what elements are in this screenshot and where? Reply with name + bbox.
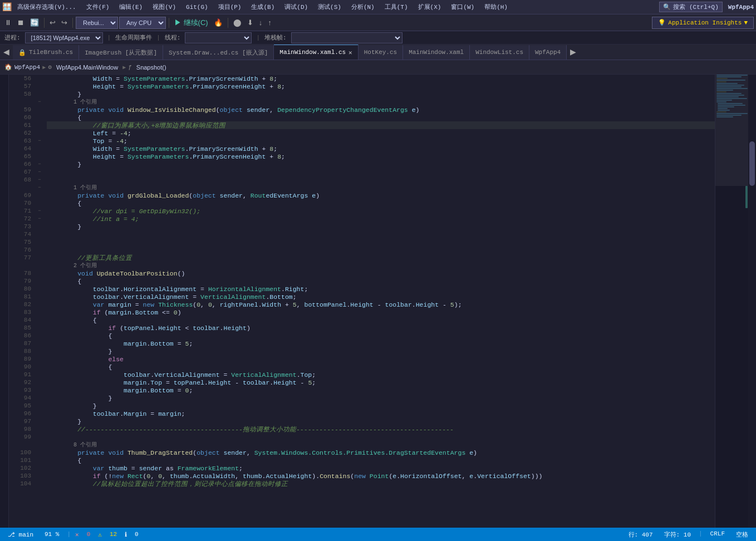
collapse-83[interactable]: − (36, 168, 43, 176)
step-into-btn[interactable]: ↓ (257, 17, 265, 28)
debug-dropdown[interactable]: Rebui... (76, 17, 118, 29)
step-over-btn[interactable]: ⬇ (245, 17, 256, 28)
tab-tilebrush-label: TileBrush.cs (29, 49, 73, 56)
menu-view[interactable]: 视图(V) (148, 2, 180, 12)
left-gutter (0, 75, 9, 528)
error-count[interactable]: 0 (84, 531, 94, 538)
code-line-72: //int a = 4; (47, 215, 715, 223)
code-line-102: var thumb = sender as FrameworkElement ; (47, 464, 715, 472)
menu-git[interactable]: Git(G) (181, 3, 213, 12)
ln-79: 79 (9, 277, 31, 285)
tab-scroll-right[interactable]: ▶ (567, 45, 580, 60)
code-area[interactable]: Width = SystemParameters . PrimaryScreen… (43, 75, 715, 528)
tab-wpfapp4[interactable]: WpfApp4 (529, 45, 567, 60)
stop-btn[interactable]: ⏹ (15, 17, 27, 28)
redo-btn[interactable]: ↪ (59, 17, 70, 28)
tab-mainwindow-xamlcs[interactable]: MainWindow.xaml.cs ✕ (274, 45, 358, 60)
process-dropdown[interactable]: [18512] WpfApp4.exe (25, 32, 103, 43)
collapse-85[interactable]: − (36, 176, 43, 184)
code-line-103: if (! new Rect ( 0 , 0 , thumb . ActualW… (47, 472, 715, 480)
error-icon: ✕ (75, 531, 79, 538)
code-line-70: { (47, 199, 715, 207)
thread-dropdown[interactable] (185, 32, 252, 43)
menu-window[interactable]: 窗口(W) (446, 2, 479, 12)
tab-systemdraw[interactable]: System.Draw...ed.cs [嵌入源] (163, 45, 274, 60)
tab-tilebrush[interactable]: 🔒 TileBrush.cs (13, 45, 79, 60)
collapse-78[interactable]: − (36, 160, 43, 168)
tab-imagebrush[interactable]: ImageBrush [从元数据] (79, 45, 163, 60)
collapse-103[interactable]: − (36, 215, 43, 223)
collapse-69[interactable]: − (36, 137, 43, 145)
tab-mainwindow-xamlcs-label: MainWindow.xaml.cs (279, 49, 346, 56)
undo-btn[interactable]: ↩ (47, 17, 58, 28)
menu-project[interactable]: 项目(P) (214, 2, 246, 12)
pause-btn[interactable]: ⏸ (2, 17, 14, 28)
git-branch[interactable]: ⎇ main (4, 531, 37, 538)
menu-help[interactable]: 帮助(H) (480, 2, 512, 12)
ln-88: 88 (9, 347, 31, 355)
line-col[interactable]: 行: 407 (625, 530, 656, 539)
ln-71: 71 (9, 207, 31, 215)
hot-reload-btn[interactable]: 🔥 (212, 17, 225, 28)
ln-56: 56 (9, 75, 31, 82)
code-line-63: Top = -4 ; (47, 137, 715, 145)
tab-scroll-left[interactable]: ◀ (0, 45, 13, 60)
menu-debug[interactable]: 调试(D) (280, 2, 312, 12)
tab-mainwindow-xaml[interactable]: MainWindow.xaml (403, 45, 470, 60)
thread-label: 线程: (165, 33, 181, 42)
scroll-thumb[interactable] (749, 141, 755, 186)
ln-72: 72 (9, 215, 31, 223)
menu-advanced-save[interactable]: 高级保存选项(V)... (13, 2, 81, 12)
ln-84: 84 (9, 316, 31, 324)
code-line-56: Width = SystemParameters . PrimaryScreen… (47, 75, 715, 82)
context-method-dropdown[interactable]: Snapshot() (134, 64, 169, 71)
ln-89: 89 (9, 355, 31, 363)
context-class-icon: ⚙ (48, 63, 52, 71)
zoom-level[interactable]: 91 % (41, 531, 62, 538)
vertical-scrollbar[interactable] (748, 75, 756, 528)
tab-windowlist[interactable]: WindowList.cs (470, 45, 529, 60)
svg-rect-4 (716, 81, 726, 82)
restart-btn[interactable]: 🔄 (28, 17, 41, 28)
step-out-btn[interactable]: ↑ (266, 17, 274, 28)
context-project-icon: 🏠 (4, 63, 12, 71)
status-sep2: | (699, 530, 703, 539)
ln-98: 98 (9, 425, 31, 433)
whitespace-format[interactable]: 空格 (733, 530, 752, 539)
tab-close-btn[interactable]: ✕ (348, 49, 352, 56)
menu-tools[interactable]: 工具(T) (380, 2, 413, 12)
ln-83: 83 (9, 308, 31, 316)
code-line-76 (47, 246, 715, 254)
application-insights-btn[interactable]: 💡 Application Insights ▼ (652, 17, 754, 29)
run-btn[interactable]: ▶ 继续(C) (172, 17, 210, 29)
ln-75: 75 (9, 238, 31, 246)
stack-dropdown[interactable] (291, 32, 402, 43)
process-bar: 进程: [18512] WpfApp4.exe | 生命周期事件 | 线程: |… (0, 31, 756, 45)
cpu-dropdown[interactable]: Any CPU (119, 17, 166, 29)
menu-analyze[interactable]: 分析(N) (347, 2, 379, 12)
warning-count[interactable]: 12 (106, 531, 120, 538)
search-box[interactable]: 🔍 搜索 (Ctrl+Q) (659, 2, 722, 12)
collapse-59[interactable]: − (36, 98, 43, 106)
menu-extensions[interactable]: 扩展(X) (414, 2, 446, 12)
char-col[interactable]: 字符: 10 (661, 530, 694, 539)
menu-edit[interactable]: 编辑(E) (115, 2, 147, 12)
stack-label: 堆栈帧: (264, 33, 287, 42)
tab-hotkey[interactable]: HotKey.cs (359, 45, 403, 60)
svg-rect-13 (716, 96, 739, 97)
breakpoint-btn[interactable]: ⬤ (231, 17, 244, 28)
context-class-dropdown[interactable]: WpfApp4.MainWindow (54, 64, 120, 71)
code-line-101: { (47, 456, 715, 464)
collapse-89[interactable]: − (36, 184, 43, 191)
menu-file[interactable]: 文件(F) (82, 2, 114, 12)
collapse-100[interactable]: − (36, 207, 43, 215)
code-line-87: margin . Bottom = 5 ; (47, 340, 715, 347)
menu-build[interactable]: 生成(B) (247, 2, 279, 12)
ref-hint-1: 1 个引用 (47, 98, 715, 106)
message-count[interactable]: 0 (131, 531, 142, 538)
ln-100: 100 (9, 449, 31, 456)
code-line-65: Height = SystemParameters . PrimaryScree… (47, 153, 715, 160)
menu-test[interactable]: 测试(S) (313, 2, 346, 12)
line-endings[interactable]: CRLF (707, 530, 728, 539)
tab-wpfapp4-label: WpfApp4 (535, 49, 561, 56)
